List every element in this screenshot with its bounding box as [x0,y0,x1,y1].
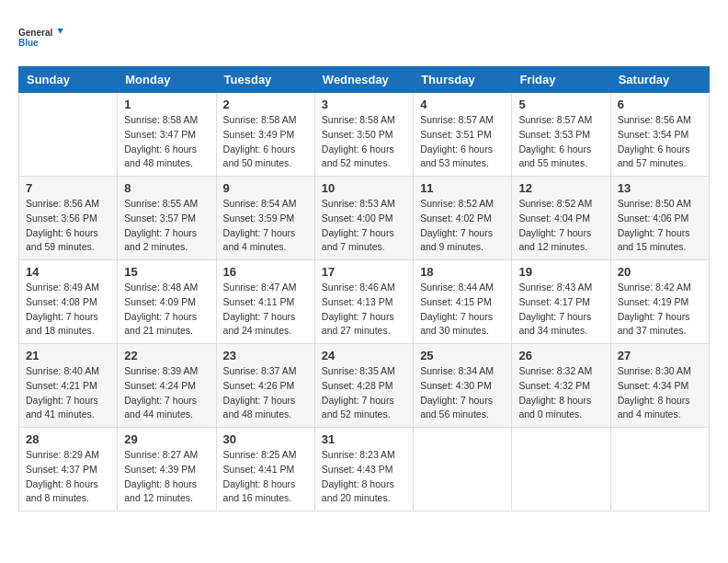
calendar-week-row: 7 Sunrise: 8:56 AM Sunset: 3:56 PM Dayli… [19,177,710,260]
daylight-text: Daylight: 6 hours and 50 minutes. [223,144,296,169]
sunrise-text: Sunrise: 8:52 AM [518,198,592,209]
calendar-cell: 27 Sunrise: 8:30 AM Sunset: 4:34 PM Dayl… [610,344,709,428]
day-info: Sunrise: 8:40 AM Sunset: 4:21 PM Dayligh… [26,364,110,422]
day-info: Sunrise: 8:30 AM Sunset: 4:34 PM Dayligh… [618,364,702,422]
day-number: 13 [618,181,702,195]
weekday-header: Saturday [610,67,709,93]
calendar-cell: 17 Sunrise: 8:46 AM Sunset: 4:13 PM Dayl… [314,260,413,344]
sunset-text: Sunset: 3:47 PM [124,129,196,140]
day-info: Sunrise: 8:58 AM Sunset: 3:49 PM Dayligh… [223,113,308,171]
day-number: 9 [223,181,308,195]
sunset-text: Sunset: 3:59 PM [223,213,295,224]
day-number: 29 [124,432,209,446]
calendar-cell: 24 Sunrise: 8:35 AM Sunset: 4:28 PM Dayl… [314,344,413,428]
weekday-header: Monday [118,67,216,93]
daylight-text: Daylight: 7 hours and 41 minutes. [26,395,98,420]
sunrise-text: Sunrise: 8:44 AM [420,282,494,293]
weekday-header: Sunday [19,67,118,93]
daylight-text: Daylight: 7 hours and 44 minutes. [124,395,197,420]
calendar-cell: 23 Sunrise: 8:37 AM Sunset: 4:26 PM Dayl… [216,344,314,428]
day-info: Sunrise: 8:39 AM Sunset: 4:24 PM Dayligh… [124,364,209,422]
sunrise-text: Sunrise: 8:39 AM [124,365,198,376]
sunset-text: Sunset: 4:04 PM [518,213,590,224]
calendar-cell [610,428,709,511]
calendar-cell: 30 Sunrise: 8:25 AM Sunset: 4:41 PM Dayl… [216,428,314,511]
day-number: 1 [124,98,209,111]
daylight-text: Daylight: 7 hours and 34 minutes. [518,311,591,337]
sunset-text: Sunset: 4:43 PM [322,464,393,475]
daylight-text: Daylight: 7 hours and 18 minutes. [26,311,98,337]
sunset-text: Sunset: 4:19 PM [618,296,689,307]
sunrise-text: Sunrise: 8:47 AM [223,282,297,293]
calendar-week-row: 28 Sunrise: 8:29 AM Sunset: 4:37 PM Dayl… [19,428,710,511]
daylight-text: Daylight: 6 hours and 55 minutes. [518,144,591,169]
day-number: 7 [26,181,110,195]
day-info: Sunrise: 8:55 AM Sunset: 3:57 PM Dayligh… [124,197,209,255]
sunset-text: Sunset: 4:34 PM [618,380,689,391]
day-number: 14 [26,265,110,279]
day-info: Sunrise: 8:53 AM Sunset: 4:00 PM Dayligh… [322,197,406,255]
calendar-cell: 31 Sunrise: 8:23 AM Sunset: 4:43 PM Dayl… [314,428,413,511]
sunrise-text: Sunrise: 8:58 AM [223,114,297,125]
sunset-text: Sunset: 3:57 PM [124,213,196,224]
sunset-text: Sunset: 4:24 PM [124,380,196,391]
sunrise-text: Sunrise: 8:40 AM [26,365,99,376]
day-info: Sunrise: 8:37 AM Sunset: 4:26 PM Dayligh… [223,364,308,422]
calendar-cell: 29 Sunrise: 8:27 AM Sunset: 4:39 PM Dayl… [118,428,216,511]
sunset-text: Sunset: 4:39 PM [124,464,196,475]
sunrise-text: Sunrise: 8:56 AM [618,114,691,125]
day-info: Sunrise: 8:52 AM Sunset: 4:04 PM Dayligh… [518,197,603,255]
sunset-text: Sunset: 4:13 PM [322,296,393,307]
sunrise-text: Sunrise: 8:37 AM [223,365,297,376]
calendar-cell: 21 Sunrise: 8:40 AM Sunset: 4:21 PM Dayl… [19,344,118,428]
day-info: Sunrise: 8:48 AM Sunset: 4:09 PM Dayligh… [124,281,209,339]
sunset-text: Sunset: 3:53 PM [518,129,590,140]
calendar-cell: 13 Sunrise: 8:50 AM Sunset: 4:06 PM Dayl… [610,177,709,260]
calendar-cell: 2 Sunrise: 8:58 AM Sunset: 3:49 PM Dayli… [216,93,314,177]
sunrise-text: Sunrise: 8:34 AM [420,365,494,376]
sunset-text: Sunset: 4:08 PM [26,296,97,307]
day-number: 10 [322,181,406,195]
sunset-text: Sunset: 4:17 PM [518,296,590,307]
sunset-text: Sunset: 4:11 PM [223,296,295,307]
daylight-text: Daylight: 7 hours and 27 minutes. [322,311,394,337]
daylight-text: Daylight: 7 hours and 56 minutes. [420,395,493,420]
day-number: 28 [26,432,110,446]
calendar-cell: 4 Sunrise: 8:57 AM Sunset: 3:51 PM Dayli… [414,93,512,177]
calendar-cell: 25 Sunrise: 8:34 AM Sunset: 4:30 PM Dayl… [414,344,512,428]
calendar-cell: 12 Sunrise: 8:52 AM Sunset: 4:04 PM Dayl… [512,177,610,260]
calendar-cell: 7 Sunrise: 8:56 AM Sunset: 3:56 PM Dayli… [19,177,118,260]
sunrise-text: Sunrise: 8:54 AM [223,198,297,209]
day-number: 27 [618,349,702,362]
sunset-text: Sunset: 3:50 PM [322,129,393,140]
day-info: Sunrise: 8:32 AM Sunset: 4:32 PM Dayligh… [518,364,603,422]
sunrise-text: Sunrise: 8:57 AM [518,114,592,125]
sunset-text: Sunset: 3:54 PM [618,129,689,140]
day-info: Sunrise: 8:52 AM Sunset: 4:02 PM Dayligh… [420,197,505,255]
day-info: Sunrise: 8:27 AM Sunset: 4:39 PM Dayligh… [124,448,209,506]
sunset-text: Sunset: 4:32 PM [518,380,590,391]
day-info: Sunrise: 8:34 AM Sunset: 4:30 PM Dayligh… [420,364,505,422]
sunrise-text: Sunrise: 8:50 AM [618,198,691,209]
calendar-cell: 19 Sunrise: 8:43 AM Sunset: 4:17 PM Dayl… [512,260,610,344]
logo: General Blue [18,18,64,57]
sunset-text: Sunset: 4:26 PM [223,380,295,391]
day-info: Sunrise: 8:46 AM Sunset: 4:13 PM Dayligh… [322,281,406,339]
sunrise-text: Sunrise: 8:30 AM [618,365,691,376]
day-info: Sunrise: 8:58 AM Sunset: 3:50 PM Dayligh… [322,113,406,171]
day-number: 18 [420,265,505,279]
day-number: 2 [223,98,308,111]
daylight-text: Daylight: 8 hours and 4 minutes. [618,395,690,420]
logo-svg: General Blue [18,18,64,57]
sunrise-text: Sunrise: 8:29 AM [26,449,99,460]
day-number: 22 [124,349,209,362]
calendar-cell: 5 Sunrise: 8:57 AM Sunset: 3:53 PM Dayli… [512,93,610,177]
day-number: 8 [124,181,209,195]
sunrise-text: Sunrise: 8:58 AM [322,114,395,125]
sunrise-text: Sunrise: 8:55 AM [124,198,198,209]
day-info: Sunrise: 8:56 AM Sunset: 3:54 PM Dayligh… [618,113,702,171]
day-number: 16 [223,265,308,279]
day-number: 24 [322,349,406,362]
day-number: 3 [322,98,406,111]
sunrise-text: Sunrise: 8:27 AM [124,449,198,460]
